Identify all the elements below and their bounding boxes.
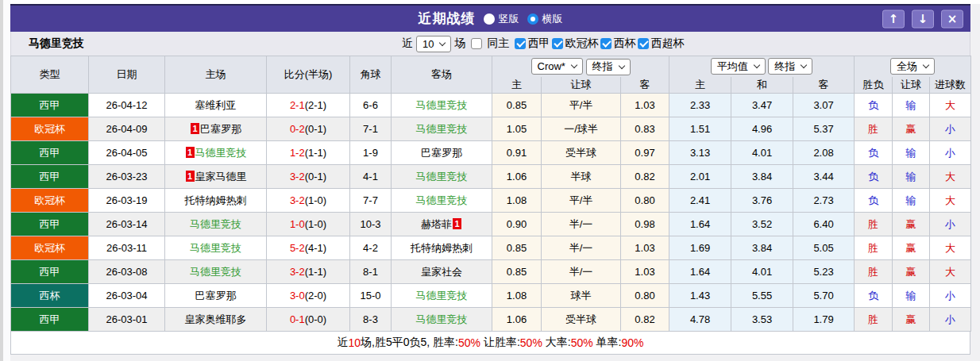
result-handicap: 输	[893, 165, 930, 189]
sub-header-odds-home: 主	[492, 77, 542, 94]
table-row: 西甲 26-04-05 1马德里竞技 1-2(1-1) 1-9 巴塞罗那 0.9…	[11, 141, 971, 165]
panel-titlebar: 近期战绩 竖版 横版 ↑ ↓ ×	[10, 4, 970, 32]
handicap-home-odds: 1.08	[492, 284, 542, 308]
summary-text-segment: 大率:	[542, 336, 571, 350]
result-wdl: 负	[855, 284, 893, 308]
move-down-button[interactable]: ↓	[912, 10, 934, 28]
result-goals: 大	[930, 236, 971, 260]
checkbox-unchecked-icon	[471, 38, 482, 49]
league-filter-item[interactable]: 西超杯	[638, 36, 684, 51]
sub-header-goals: 进球数	[930, 77, 971, 94]
home-team-cell: 马德里竞技	[165, 260, 267, 284]
league-type-badge: 欧冠杯	[11, 236, 89, 260]
titlebar-buttons: ↑ ↓ ×	[882, 10, 963, 28]
result-goals: 小	[930, 213, 971, 236]
handicap-away-odds: 0.80	[621, 284, 669, 308]
avg-home-odds: 1.64	[669, 260, 731, 284]
games-label: 场	[454, 36, 465, 51]
radio-selected-icon	[527, 13, 538, 25]
close-button[interactable]: ×	[941, 10, 963, 28]
handicap-home-odds: 1.06	[492, 308, 542, 332]
halftime-score: (1-0)	[305, 194, 326, 206]
avg-home-odds: 2.01	[669, 165, 731, 189]
view-vertical-label: 竖版	[499, 12, 519, 26]
avg-draw-odds: 3.52	[731, 213, 793, 236]
avg-away-odds: 5.70	[793, 284, 855, 308]
away-team-cell: 马德里竞技	[392, 189, 492, 213]
average-select[interactable]: 平均值	[711, 58, 766, 75]
view-vertical-radio[interactable]: 竖版	[484, 12, 519, 26]
avg-away-odds: 3.07	[793, 94, 855, 117]
avg-away-odds: 5.37	[793, 117, 855, 141]
halftime-score: (0-1)	[305, 123, 326, 135]
avg-home-odds: 1.64	[669, 213, 731, 236]
league-filter-item[interactable]: 欧冠杯	[552, 36, 598, 51]
avg-away-odds: 5.23	[793, 260, 855, 284]
away-team-cell: 皇家社会	[392, 260, 492, 284]
results-tbody: 西甲 26-04-12 塞维利亚 2-1(2-1) 6-6 马德里竞技 0.85…	[11, 94, 971, 332]
handicap-home-odds: 0.85	[492, 260, 542, 284]
avg-home-odds: 1.51	[669, 117, 731, 141]
sub-header-odds-line: 让球	[542, 77, 621, 94]
league-type-badge: 西甲	[11, 94, 89, 117]
league-filter-item[interactable]: 西甲	[515, 36, 550, 51]
table-row: 西甲 26-03-14 马德里竞技 1-0(1-0) 10-3 赫塔菲1 0.9…	[11, 213, 971, 236]
team-name-text: 托特纳姆热刺	[185, 194, 247, 206]
table-row: 西甲 26-03-08 马德里竞技 3-2(1-1) 8-1 皇家社会 0.85…	[11, 260, 971, 284]
away-team-cell: 赫塔菲1	[392, 213, 492, 236]
radio-unselected-icon	[484, 13, 495, 25]
handicap-home-odds: 1.08	[492, 189, 542, 213]
away-team-cell: 马德里竞技	[392, 308, 492, 332]
period-select[interactable]: 全场	[890, 58, 935, 75]
team-name-text: 塞维利亚	[195, 99, 237, 111]
avg-home-odds: 1.69	[669, 236, 731, 260]
result-goals: 大	[930, 94, 971, 117]
league-filter-item[interactable]: 西杯	[600, 36, 635, 51]
red-card-badge: 1	[191, 123, 199, 134]
team-name-text: 马德里竞技	[416, 99, 468, 111]
handicap-header-cell: Crow* 终指	[492, 56, 669, 77]
handicap-time-select[interactable]: 终指	[586, 59, 631, 75]
red-card-badge: 1	[186, 147, 195, 158]
corner-score: 4-2	[350, 236, 392, 260]
league-filter-label: 欧冠杯	[565, 36, 598, 51]
home-team-cell: 1皇家马德里	[165, 165, 267, 189]
league-type-badge: 西甲	[11, 141, 89, 165]
filter-bar: 马德里竞技 近 10 场 同主 西甲欧冠杯西杯西超杯	[10, 32, 970, 56]
halftime-score: (0-1)	[305, 171, 326, 182]
recent-count-value: 10	[422, 38, 434, 50]
view-horizontal-radio[interactable]: 横版	[527, 12, 563, 26]
odds-company-select[interactable]: Crow*	[531, 58, 583, 75]
away-team-cell: 马德里竞技	[392, 94, 492, 117]
recent-results-panel: 近期战绩 竖版 横版 ↑ ↓ × 马德里竞技 近 10 场	[10, 4, 970, 355]
halftime-score: (1-1)	[305, 147, 326, 159]
average-header-cell: 平均值 终指	[669, 56, 855, 77]
match-date: 26-04-05	[89, 141, 165, 165]
team-name-text: 巴塞罗那	[195, 290, 237, 301]
col-header-score: 比分(半场)	[267, 56, 350, 94]
halftime-score: (2-0)	[305, 290, 326, 301]
same-home-label: 同主	[487, 36, 509, 51]
handicap-line: 受半球	[542, 308, 621, 332]
summary-text-segment: 让胜率:	[480, 336, 520, 350]
handicap-line: 半/一	[542, 213, 621, 236]
handicap-line: 平/半	[542, 94, 621, 117]
move-up-button[interactable]: ↑	[882, 10, 905, 28]
team-name-text: 巴塞罗那	[421, 147, 462, 159]
table-row: 西甲 26-03-23 1皇家马德里 3-2(0-1) 4-1 马德里竞技 1.…	[11, 165, 971, 189]
league-filter-label: 西超杯	[650, 36, 684, 51]
corner-score: 7-7	[350, 189, 392, 213]
checkbox-checked-icon	[600, 38, 612, 49]
sub-header-handicap-result: 让球	[893, 77, 930, 94]
average-time-select[interactable]: 终指	[768, 58, 812, 75]
handicap-line: 半/一	[542, 236, 621, 260]
handicap-line: 受半球	[542, 141, 621, 165]
match-score: 3-2(0-1)	[267, 165, 350, 189]
halftime-score: (1-1)	[305, 266, 326, 278]
recent-count-select[interactable]: 10	[416, 36, 451, 52]
avg-draw-odds: 3.53	[731, 308, 793, 332]
home-team-cell: 马德里竞技	[165, 236, 267, 260]
avg-home-odds: 2.33	[669, 94, 731, 117]
same-home-filter[interactable]: 同主	[471, 36, 509, 51]
match-date: 26-03-14	[89, 213, 165, 236]
